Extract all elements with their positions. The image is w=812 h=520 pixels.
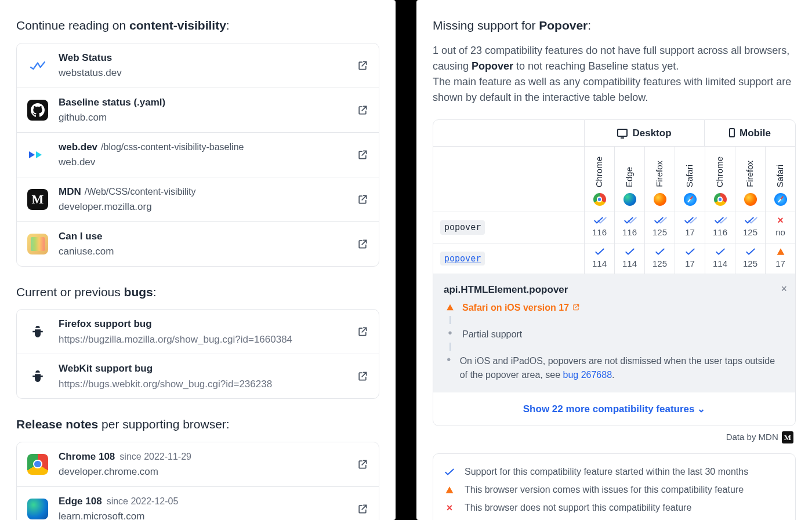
support-cell[interactable]: 116	[614, 212, 644, 243]
support-cell[interactable]: ×no	[765, 212, 795, 243]
external-link-icon	[357, 104, 368, 116]
support-cell[interactable]: 114	[614, 243, 644, 274]
edge-icon	[624, 193, 636, 206]
support-cell[interactable]: 17	[675, 243, 705, 274]
support-cell[interactable]: 116	[584, 212, 614, 243]
feature-chip[interactable]: popover	[440, 252, 485, 266]
support-cell[interactable]: 114	[705, 243, 735, 274]
list-item[interactable]: M MDN/Web/CSS/content-visibility develop…	[17, 177, 379, 221]
bugs-list: Firefox support bug https://bugzilla.moz…	[16, 309, 379, 399]
support-cell[interactable]: 114	[584, 243, 614, 274]
support-cell[interactable]: 125	[735, 212, 765, 243]
external-link-icon	[357, 326, 368, 337]
support-cell[interactable]: 125	[735, 243, 765, 274]
list-item[interactable]: Baseline status (.yaml) github.com	[17, 88, 379, 132]
detail-note: On iOS and iPadOS, popovers are not dism…	[460, 354, 785, 382]
missing-heading: Missing support for Popover:	[433, 16, 796, 35]
chevron-down-icon: ⌄	[697, 403, 705, 414]
list-item[interactable]: WebKit support bug https://bugs.webkit.o…	[17, 354, 379, 398]
mobile-icon	[729, 128, 735, 137]
list-item[interactable]: web.dev/blog/css-content-visibility-base…	[17, 132, 379, 177]
status-icon	[27, 55, 48, 76]
platform-desktop: Desktop	[584, 120, 705, 147]
browser-col-safari: Safari	[675, 147, 705, 212]
chrome-icon	[593, 193, 606, 206]
external-link-icon	[357, 194, 368, 205]
support-cell[interactable]: 17	[765, 243, 795, 274]
bugs-heading: Current or previous bugs:	[16, 283, 379, 301]
chrome-icon	[27, 454, 48, 475]
support-cell[interactable]: 17	[675, 212, 705, 243]
edge-icon	[27, 499, 48, 519]
chrome-icon	[714, 193, 727, 206]
left-column: Continue reading on content-visibility: …	[0, 0, 396, 520]
external-link-icon	[357, 503, 368, 515]
bug-icon	[27, 366, 48, 387]
safari-icon	[684, 193, 697, 206]
legend: Support for this compatibility feature s…	[433, 453, 796, 521]
browser-col-chrome: Chrome	[705, 147, 735, 212]
firefox-icon	[654, 193, 666, 206]
show-more-button[interactable]: Show 22 more compatibility features ⌄	[433, 392, 795, 426]
support-cell[interactable]: 125	[644, 212, 675, 243]
api-title: api.HTMLElement.popover	[444, 282, 785, 297]
browser-col-firefox: Firefox	[644, 147, 675, 212]
external-link-icon	[357, 60, 368, 71]
intro-text: 1 out of 23 compatibility features do no…	[433, 43, 796, 106]
list-item[interactable]: Web Status webstatus.dev	[17, 43, 379, 88]
desktop-icon	[617, 129, 628, 137]
list-item[interactable]: Can I use caniuse.com	[17, 221, 379, 266]
safari-icon	[774, 193, 787, 206]
releases-list: Chrome 108since 2022-11-29 developer.chr…	[16, 442, 379, 521]
legend-check: Support for this compatibility feature s…	[465, 465, 748, 479]
detail-headline[interactable]: Safari on iOS version 17	[462, 301, 580, 315]
support-cell[interactable]: 125	[644, 243, 675, 274]
data-credit[interactable]: Data by MDNM	[433, 431, 793, 444]
bug-link[interactable]: bug 267688	[563, 370, 612, 380]
mdn-icon: M	[782, 431, 793, 444]
browser-col-safari: Safari	[765, 147, 795, 212]
right-column: Missing support for Popover: 1 out of 23…	[416, 0, 812, 520]
legend-warn: This browser version comes with issues f…	[465, 483, 744, 497]
platform-mobile: Mobile	[705, 120, 795, 147]
external-link-icon	[357, 238, 368, 250]
browser-col-edge: Edge	[614, 147, 644, 212]
caniuse-icon	[27, 234, 48, 254]
releases-heading: Release notes per supporting browser:	[16, 415, 379, 434]
external-link-icon	[357, 149, 368, 161]
list-item[interactable]: Chrome 108since 2022-11-29 developer.chr…	[17, 442, 379, 486]
partial-support: Partial support	[462, 328, 522, 341]
close-icon[interactable]: ×	[781, 281, 787, 297]
external-link-icon	[357, 459, 368, 470]
continue-heading: Continue reading on content-visibility:	[16, 16, 379, 35]
detail-panel: × api.HTMLElement.popover Safari on iOS …	[433, 274, 795, 392]
external-link-icon	[357, 370, 368, 382]
firefox-icon	[744, 193, 757, 206]
list-item[interactable]: Edge 108since 2022-12-05 learn.microsoft…	[17, 486, 379, 521]
bug-icon	[27, 321, 48, 342]
mdn-icon: M	[27, 189, 48, 210]
support-cell[interactable]: 116	[705, 212, 735, 243]
feature-chip[interactable]: popover	[440, 220, 485, 235]
compat-table: Desktop Mobile Chrome Edge Firefox Safar…	[433, 119, 796, 427]
browser-col-firefox: Firefox	[735, 147, 765, 212]
github-icon	[27, 100, 48, 121]
list-item[interactable]: Firefox support bug https://bugzilla.moz…	[17, 310, 379, 354]
browser-col-chrome: Chrome	[584, 147, 614, 212]
webdev-icon	[27, 144, 48, 165]
legend-cross: This browser does not support this compa…	[465, 501, 691, 515]
continue-list: Web Status webstatus.dev Baseline status…	[16, 43, 379, 267]
